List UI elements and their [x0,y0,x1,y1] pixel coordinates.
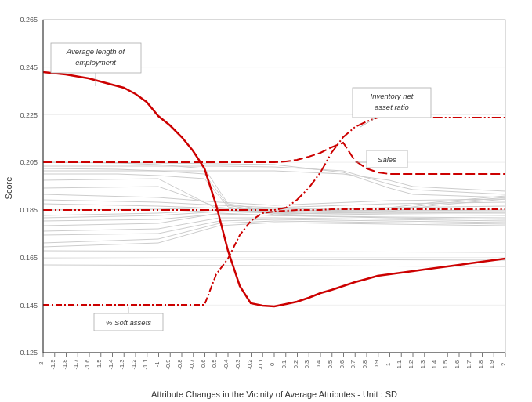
svg-text:% Soft assets: % Soft assets [106,318,151,327]
svg-text:0.1: 0.1 [280,360,288,368]
svg-text:-1: -1 [154,362,161,368]
svg-text:asset ratio: asset ratio [375,103,409,111]
y-axis-label: Score [4,177,13,200]
svg-text:-0.6: -0.6 [200,360,207,370]
svg-text:Average length of: Average length of [66,47,126,56]
x-ticks: -2 -1.9 -1.8 -1.7 -1.6 -1.5 -1.4 -1.3 -1… [38,353,507,369]
svg-text:-2: -2 [38,362,45,368]
svg-text:1.9: 1.9 [488,360,495,368]
svg-text:0.5: 0.5 [327,360,334,368]
svg-text:0.225: 0.225 [20,111,38,119]
svg-text:-1.4: -1.4 [107,360,114,370]
svg-text:-0.8: -0.8 [176,360,183,370]
svg-text:0.3: 0.3 [303,360,310,368]
svg-text:-1.7: -1.7 [72,360,79,370]
svg-text:1: 1 [385,363,392,366]
svg-text:0.165: 0.165 [20,254,38,262]
svg-text:0.185: 0.185 [20,206,38,214]
svg-text:-0.7: -0.7 [188,360,195,370]
svg-text:-0.4: -0.4 [223,360,230,370]
svg-text:1.4: 1.4 [431,360,438,368]
svg-text:-0.2: -0.2 [246,360,253,370]
svg-text:0.7: 0.7 [349,360,356,368]
svg-text:0.145: 0.145 [20,302,38,310]
svg-text:employment: employment [75,58,116,67]
background-lines [43,162,505,266]
svg-text:0.245: 0.245 [20,63,38,71]
svg-text:-1.2: -1.2 [130,360,137,370]
svg-text:-0.1: -0.1 [257,360,264,370]
svg-text:0: 0 [269,363,276,366]
svg-text:0.9: 0.9 [373,360,380,368]
svg-text:-0.9: -0.9 [165,360,172,370]
svg-text:0.2: 0.2 [292,360,299,368]
svg-line-109 [360,118,376,127]
svg-text:0.4: 0.4 [315,360,322,368]
svg-text:-0.3: -0.3 [234,360,241,370]
svg-text:0.6: 0.6 [338,360,346,368]
avg-employment-line [43,72,505,306]
svg-text:1.5: 1.5 [442,360,449,368]
svg-text:-1.3: -1.3 [118,360,125,370]
svg-text:2: 2 [500,363,507,366]
svg-text:-1.1: -1.1 [142,360,149,370]
svg-text:Inventory net: Inventory net [371,92,414,100]
svg-text:1.8: 1.8 [477,360,484,368]
chart-svg: 0.265 0.245 0.225 0.205 0.185 0.165 0.14… [0,0,532,402]
svg-text:1.2: 1.2 [407,360,414,368]
svg-text:0.8: 0.8 [361,360,368,368]
svg-text:-1.5: -1.5 [96,360,103,370]
svg-text:1.7: 1.7 [465,360,472,368]
svg-text:0.265: 0.265 [20,16,38,24]
x-axis-label: Attribute Changes in the Vicinity of Ave… [151,389,397,399]
svg-text:1.3: 1.3 [419,360,426,368]
svg-text:-0.5: -0.5 [211,360,218,370]
svg-text:1.1: 1.1 [396,360,403,368]
svg-text:1.6: 1.6 [454,360,461,368]
svg-text:0.205: 0.205 [20,158,38,166]
svg-text:Sales: Sales [378,155,396,164]
svg-text:-1.9: -1.9 [49,360,56,370]
chart-container: 0.265 0.245 0.225 0.205 0.185 0.165 0.14… [0,0,532,402]
svg-text:0.125: 0.125 [20,349,38,357]
svg-text:-1.6: -1.6 [84,360,91,370]
svg-text:-1.8: -1.8 [61,360,68,370]
